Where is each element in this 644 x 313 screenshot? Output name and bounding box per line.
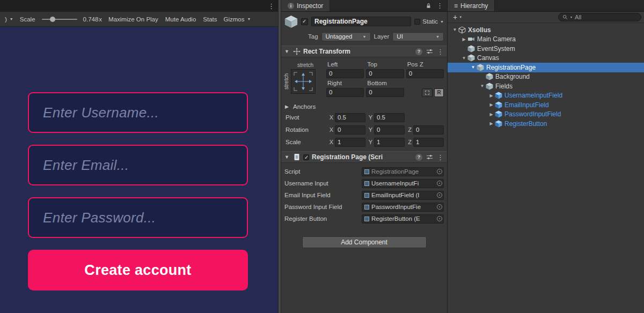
username-input-row: Username Input UsernameInputFi <box>284 177 444 189</box>
rotation-y-field[interactable]: 0 <box>374 125 405 135</box>
object-picker-icon[interactable] <box>437 181 442 186</box>
tab-inspector[interactable]: Inspector <box>281 0 330 11</box>
camera-icon <box>467 35 475 43</box>
foldout-arrow[interactable] <box>488 112 495 117</box>
pivot-y-field[interactable]: 0.5 <box>374 113 405 122</box>
rotation-x-field[interactable]: 0 <box>335 125 365 135</box>
posz-field[interactable]: 0 <box>406 69 444 78</box>
anchor-stretch-label-vertical: stretch <box>283 69 291 94</box>
hierarchy-item-fields[interactable]: Fields <box>448 81 644 91</box>
rect-transform-header[interactable]: Rect Transform <box>281 46 447 57</box>
email-input-object-field[interactable]: EmailInputField (I <box>362 191 444 200</box>
foldout-arrow[interactable] <box>284 155 290 160</box>
right-label: Right <box>326 80 364 88</box>
username-input[interactable]: Enter Username... <box>28 92 248 133</box>
password-input[interactable]: Enter Password... <box>28 197 248 238</box>
slider-track <box>42 19 77 20</box>
maximize-on-play-button[interactable]: Maximize On Play <box>108 16 159 23</box>
email-input[interactable]: Enter Email... <box>28 145 248 185</box>
hierarchy-toolbar: + All <box>448 12 644 23</box>
presets-icon[interactable] <box>426 48 433 55</box>
layer-dropdown[interactable]: UI <box>392 32 444 41</box>
hierarchy-item-passwordinputfield[interactable]: PasswordInputField <box>448 110 644 120</box>
game-menu-icon[interactable] <box>268 3 275 10</box>
hierarchy-item-canvas[interactable]: Canvas <box>448 54 644 63</box>
hierarchy-item-xsollus[interactable]: Xsollus <box>448 25 644 35</box>
script-object-field[interactable]: RegistrationPage <box>362 167 444 176</box>
slider-knob[interactable] <box>50 17 55 22</box>
prefab-icon <box>495 110 502 118</box>
gameobject-icon[interactable] <box>284 15 298 28</box>
gameobject-icon <box>467 54 475 62</box>
tag-dropdown[interactable]: Untagged <box>321 32 371 41</box>
scale-value: 0.748x <box>83 16 103 23</box>
scale-z-field[interactable]: 1 <box>413 138 444 147</box>
component-menu-icon[interactable] <box>437 154 444 161</box>
inspector-menu-icon[interactable] <box>436 2 443 9</box>
mute-audio-button[interactable]: Mute Audio <box>165 16 197 23</box>
foldout-arrow[interactable] <box>488 121 495 126</box>
hierarchy-item-eventsystem[interactable]: EventSystem <box>448 44 644 54</box>
hierarchy-item-background[interactable]: Background <box>448 72 644 82</box>
hierarchy-item-registrationpage[interactable]: RegistrationPage <box>448 63 644 72</box>
stats-button[interactable]: Stats <box>202 16 217 23</box>
foldout-arrow[interactable] <box>451 27 458 32</box>
help-icon[interactable] <box>415 154 422 161</box>
static-dropdown[interactable]: Static <box>414 18 444 25</box>
component-enabled-checkbox[interactable] <box>303 154 309 160</box>
foldout-arrow[interactable] <box>488 93 495 98</box>
static-checkbox[interactable] <box>414 19 420 25</box>
add-component-button[interactable]: Add Component <box>302 236 427 248</box>
bottom-field[interactable]: 0 <box>366 88 404 97</box>
script-component-header[interactable]: Registration Page (Scri <box>281 151 447 163</box>
game-render-area: Enter Username... Enter Email... Enter P… <box>0 27 278 313</box>
gizmos-dropdown[interactable]: Gizmos <box>224 16 251 23</box>
right-field[interactable]: 0 <box>326 88 364 97</box>
left-field[interactable]: 0 <box>326 69 364 78</box>
script-fields: Script RegistrationPage Username Input U… <box>281 163 447 225</box>
tab-hierarchy[interactable]: Hierarchy <box>448 0 495 11</box>
object-picker-icon[interactable] <box>437 192 442 198</box>
foldout-arrow[interactable] <box>460 37 467 42</box>
object-picker-icon[interactable] <box>437 216 442 221</box>
script-icon <box>293 153 301 161</box>
hierarchy-item-usernameinputfield[interactable]: UsernameInputField <box>448 91 644 101</box>
anchor-preset-button[interactable] <box>291 69 316 94</box>
help-icon[interactable] <box>415 48 422 55</box>
top-field[interactable]: 0 <box>366 69 404 78</box>
hierarchy-item-registerbutton[interactable]: RegisterButton <box>448 119 644 129</box>
create-account-button[interactable]: Create account <box>28 250 248 290</box>
rotation-z-field[interactable]: 0 <box>413 125 444 135</box>
lock-icon[interactable] <box>425 3 432 9</box>
object-picker-icon[interactable] <box>437 204 442 210</box>
foldout-arrow[interactable] <box>470 65 477 70</box>
anchors-foldout[interactable]: Anchors <box>285 103 444 110</box>
foldout-arrow[interactable] <box>479 84 486 88</box>
rect-transform-icon <box>293 48 301 55</box>
component-menu-icon[interactable] <box>437 48 444 55</box>
username-input-object-field[interactable]: UsernameInputFi <box>362 179 444 188</box>
hierarchy-item-emailinputfield[interactable]: EmailInputField <box>448 100 644 110</box>
gameobject-icon <box>467 45 475 53</box>
chevron-down-icon <box>436 35 440 39</box>
scale-slider[interactable] <box>42 16 77 23</box>
scale-x-field[interactable]: 1 <box>335 138 365 147</box>
hierarchy-item-main-camera[interactable]: Main Camera <box>448 35 644 44</box>
scale-y-field[interactable]: 1 <box>374 138 405 147</box>
pivot-x-field[interactable]: 0.5 <box>335 113 365 122</box>
register-button-object-field[interactable]: RegisterButton (E <box>362 214 444 223</box>
object-picker-icon[interactable] <box>437 169 442 174</box>
password-input-object-field[interactable]: PasswordInputFie <box>362 203 444 212</box>
raw-edit-mode-button[interactable]: R <box>434 88 444 97</box>
foldout-arrow[interactable] <box>284 49 290 54</box>
foldout-arrow[interactable] <box>488 102 495 107</box>
inputfield-object-icon <box>364 205 369 210</box>
gameobject-name-field[interactable]: RegistrationPage <box>311 17 411 26</box>
create-object-button[interactable]: + <box>450 13 465 21</box>
active-checkbox[interactable] <box>301 18 308 25</box>
hierarchy-search-input[interactable]: All <box>558 13 641 21</box>
display-dropdown[interactable]: ) <box>5 16 13 23</box>
blueprint-mode-button[interactable] <box>422 88 433 97</box>
presets-icon[interactable] <box>426 154 433 160</box>
foldout-arrow[interactable] <box>460 56 467 61</box>
